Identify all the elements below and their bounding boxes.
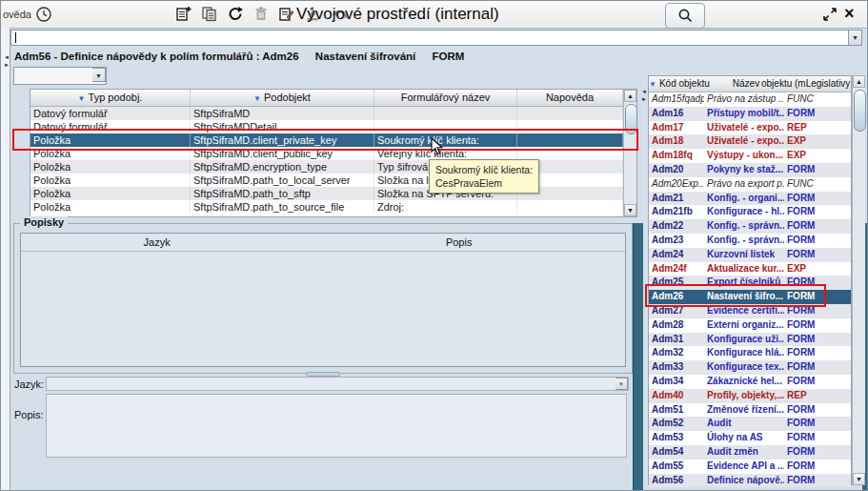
objects-table-row[interactable]: Adm18fqVýstupy - ukon...EXP	[649, 149, 851, 163]
cell-code: Adm20Exp...	[649, 177, 704, 192]
objects-scrollbar[interactable]: ▲ ▼	[852, 75, 865, 485]
delete-icon[interactable]	[252, 6, 270, 22]
cell-typ: Položka	[30, 133, 191, 147]
cell-name: Konfigurace tex...	[704, 360, 784, 375]
cell-name: Evidence API a ...	[704, 460, 784, 474]
collapse-sidebar-icon[interactable]: ◄	[640, 89, 648, 95]
cell-code: Adm24	[649, 248, 704, 262]
objects-table-row[interactable]: Adm28Externí organiz...FORM	[649, 318, 851, 333]
objects-table-row[interactable]: Adm26Nastavení šifro...FORM	[649, 290, 851, 304]
expand-sidebar-icon[interactable]: ►	[640, 96, 648, 103]
left-panel-edge[interactable]	[1, 28, 10, 490]
objects-table-row[interactable]: Adm15fqadpPrávo na zástup ...FUNC	[649, 92, 851, 107]
vertical-divider-bar[interactable]	[633, 223, 643, 490]
objects-table-row[interactable]: Adm16Přístupy mobil/t...FORM	[649, 107, 851, 121]
cell-nazev: Soukromý klíč klienta:	[374, 133, 517, 147]
cell-type: FORM	[784, 276, 824, 290]
objects-table-row[interactable]: Adm55Evidence API a ...FORM	[649, 460, 851, 474]
column-header-typ[interactable]: ▼Typ podobj.	[30, 90, 191, 106]
objects-table-row[interactable]: Adm40Profily, objekty,...REP	[649, 389, 851, 403]
cell-filler	[824, 276, 851, 290]
objects-table-row[interactable]: Adm56Definice nápově...FORM	[649, 474, 851, 488]
cell-name: Konfigurace - hl...	[704, 205, 784, 219]
objects-table-row[interactable]: Adm21fbKonfigurace - hl...FORM	[649, 205, 851, 219]
cell-type: EXP	[784, 134, 824, 149]
top-combo-dropdown-button[interactable]: ▼	[849, 30, 862, 46]
clock-icon[interactable]	[35, 6, 52, 27]
objects-table-row[interactable]: Adm31Konfigurace uži...FORM	[649, 333, 851, 347]
search-button[interactable]	[665, 3, 705, 29]
scroll-up-icon[interactable]: ▲	[624, 90, 636, 102]
tooltip: Soukromý klíč klienta: CesPravaElem	[429, 159, 539, 194]
objects-table-row[interactable]: Adm32Konfigurace hlá...FORM	[649, 346, 851, 360]
objects-table-row[interactable]: Adm20Pokyny ke staž...FORM	[649, 163, 851, 177]
cell-code: Adm40	[649, 389, 704, 403]
scroll-down-icon[interactable]: ▼	[853, 473, 865, 485]
objects-table-row[interactable]: Adm27Evidence certifi...FORM	[649, 304, 851, 318]
maximize-icon[interactable]	[822, 7, 838, 26]
objects-table-row[interactable]: Adm33Konfigurace tex...FORM	[649, 360, 851, 375]
objects-table-row[interactable]: Adm18Uživatelé - expo...EXP	[649, 134, 851, 149]
objects-table-row[interactable]: Adm21Konfig. - organi...FORM	[649, 192, 851, 206]
objects-table-row[interactable]: Adm54Audit změnFORM	[649, 445, 851, 460]
objects-table-row[interactable]: Adm24fAktualizace kur...EXP	[649, 262, 851, 276]
scrollbar-thumb[interactable]	[854, 90, 866, 132]
objects-table-row[interactable]: Adm51Změnové řízení...FORM	[649, 403, 851, 418]
objects-table-row[interactable]: Adm23Konfig. - správn...FORM	[649, 234, 851, 248]
objects-table-row[interactable]: Adm34Zákaznické hel...FORM	[649, 375, 851, 389]
refresh-icon[interactable]	[227, 6, 244, 22]
jazyk-combo[interactable]: ▼	[46, 377, 629, 391]
jazyk-dropdown-button[interactable]: ▼	[616, 378, 628, 390]
popisky-table: Jazyk Popis	[20, 233, 626, 367]
column-header-podobjekt[interactable]: ▼Podobjekt	[191, 90, 374, 106]
collapse-left-icon[interactable]: ◄	[3, 54, 10, 61]
objects-table-row[interactable]: Adm53Úlohy na ASFORM	[649, 431, 851, 445]
fields-table-row[interactable]: Datový formulářSftpSifraMD	[30, 107, 623, 120]
panel-filter-dropdown-button[interactable]: ▼	[92, 68, 106, 82]
popis-textarea[interactable]	[46, 394, 627, 458]
cell-type: FORM	[784, 460, 824, 474]
fields-table-row[interactable]: PoložkaSftpSifraMD.client_public_keyVeře…	[30, 147, 623, 160]
fields-table-row[interactable]: PoložkaSftpSifraMD.client_private_keySou…	[30, 133, 623, 147]
cell-filler	[824, 445, 851, 460]
main-filter-input[interactable]	[10, 30, 849, 46]
scrollbar-thumb[interactable]	[625, 104, 637, 134]
close-icon[interactable]: ×	[844, 2, 855, 25]
column-header-kod[interactable]: ▼Kód objektu	[649, 76, 708, 92]
cell-filler	[824, 92, 851, 107]
cell-code: Adm17	[649, 121, 704, 135]
scroll-up-icon[interactable]: ▲	[853, 75, 865, 88]
cell-type: FORM	[784, 163, 824, 177]
edit-document-icon[interactable]	[278, 6, 295, 22]
column-header-napoveda[interactable]: Napověda	[517, 90, 623, 106]
new-document-icon[interactable]	[175, 6, 192, 22]
objects-table-row[interactable]: Adm22Konfig. - správn...FORM	[649, 219, 851, 234]
fields-table-row[interactable]: Datový formulářSftpSifraMDDetail	[30, 120, 623, 133]
cell-filler	[824, 248, 851, 262]
column-header-jazyk[interactable]: Jazyk	[21, 234, 293, 251]
objects-table-row[interactable]: Adm24Kurzovní lístekFORM	[649, 248, 851, 262]
column-header-nazev[interactable]: Formulářový název	[374, 90, 517, 106]
copy-document-icon[interactable]	[201, 6, 218, 22]
text-caret	[15, 32, 16, 43]
column-header-popis[interactable]: Popis	[293, 234, 625, 251]
objects-table-row[interactable]: Adm17Uživatelé - expo...REP	[649, 121, 851, 135]
scroll-down-icon[interactable]: ▼	[624, 204, 636, 216]
cell-name: Externí organiz...	[704, 318, 784, 333]
menu-napoveda-partial[interactable]: ověda	[3, 9, 31, 20]
objects-table-row[interactable]: Adm20Exp...Právo na export p...FUNC	[649, 177, 851, 192]
objects-table-row[interactable]: Adm52AuditFORM	[649, 417, 851, 431]
panel-filter-combo[interactable]: ▼	[13, 67, 107, 85]
expand-left-icon[interactable]: ►	[3, 62, 10, 69]
cell-code: Adm18fq	[649, 149, 704, 163]
objects-table-rows: Adm15fqadpPrávo na zástup ...FUNCAdm16Př…	[649, 92, 851, 487]
cell-name: Aktualizace kur...	[704, 262, 784, 276]
objects-table-row[interactable]: Adm25Export číselníkůFORM	[649, 276, 851, 290]
cell-filler	[824, 389, 851, 403]
fields-table-row[interactable]: PoložkaSftpSifraMD.path_to_source_fileZd…	[30, 200, 623, 214]
column-header-typ-obj[interactable]: objektu (mLegislativy	[761, 76, 851, 91]
cell-code: Adm54	[649, 445, 704, 460]
cell-type: FORM	[784, 403, 824, 418]
fields-table-scrollbar[interactable]: ▲ ▼	[623, 90, 636, 216]
cell-type: FORM	[784, 290, 824, 304]
